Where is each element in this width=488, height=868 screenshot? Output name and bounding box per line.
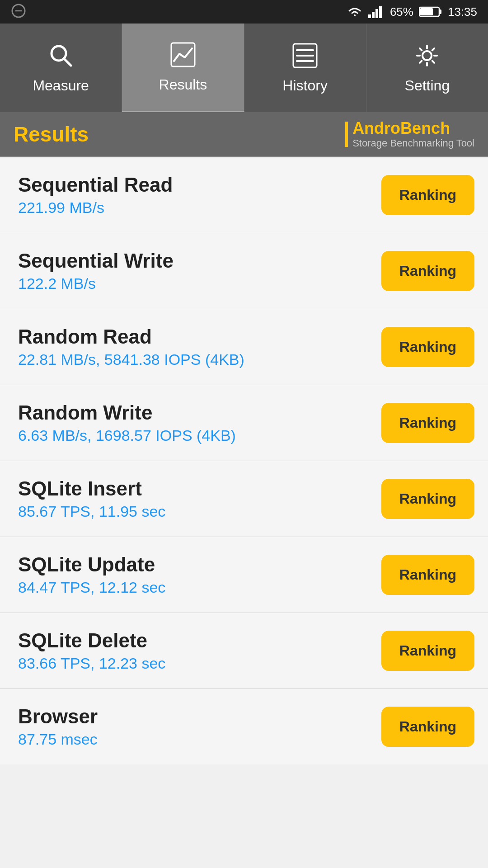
nav-item-measure[interactable]: Measure <box>0 24 122 112</box>
result-info: Browser87.75 msec <box>18 705 98 748</box>
result-value: 122.2 MB/s <box>18 275 174 292</box>
svg-rect-5 <box>379 6 382 18</box>
svg-rect-8 <box>420 8 433 15</box>
top-navigation: Measure Results History <box>0 24 488 112</box>
chart-icon <box>169 41 197 72</box>
result-row: Sequential Write122.2 MB/sRanking <box>0 233 488 309</box>
result-value: 85.67 TPS, 11.95 sec <box>18 503 165 520</box>
brand-name-bench: Bench <box>400 119 450 137</box>
androbench-brand: AndroBench Storage Benchmarking Tool <box>345 119 474 149</box>
result-name: SQLite Delete <box>18 629 165 652</box>
result-value: 87.75 msec <box>18 731 98 748</box>
ranking-button[interactable]: Ranking <box>381 479 474 519</box>
result-info: Sequential Write122.2 MB/s <box>18 250 174 292</box>
brand-text: AndroBench Storage Benchmarking Tool <box>352 119 474 149</box>
nav-label-results: Results <box>159 76 207 93</box>
result-row: SQLite Update84.47 TPS, 12.12 secRanking <box>0 537 488 613</box>
result-name: Random Write <box>18 401 236 424</box>
result-row: Browser87.75 msecRanking <box>0 689 488 764</box>
result-name: Sequential Read <box>18 174 173 196</box>
result-value: 6.63 MB/s, 1698.57 IOPS (4KB) <box>18 427 236 444</box>
svg-point-16 <box>422 51 432 60</box>
result-info: SQLite Delete83.66 TPS, 12.23 sec <box>18 629 165 672</box>
brand-name-andro: Andro <box>352 119 400 137</box>
result-name: Sequential Write <box>18 250 174 272</box>
ranking-button[interactable]: Ranking <box>381 175 474 215</box>
ranking-button[interactable]: Ranking <box>381 631 474 671</box>
result-info: Random Write6.63 MB/s, 1698.57 IOPS (4KB… <box>18 401 236 444</box>
ranking-button[interactable]: Ranking <box>381 327 474 367</box>
brand-name: AndroBench <box>352 119 450 137</box>
brand-subtitle: Storage Benchmarking Tool <box>352 137 474 149</box>
ranking-button[interactable]: Ranking <box>381 403 474 443</box>
result-name: Random Read <box>18 326 244 348</box>
ranking-button[interactable]: Ranking <box>381 251 474 291</box>
status-time: 13:35 <box>448 5 477 19</box>
result-value: 84.47 TPS, 12.12 sec <box>18 579 165 596</box>
nav-item-results[interactable]: Results <box>122 24 244 112</box>
result-name: SQLite Update <box>18 553 165 576</box>
brand-bar-decoration <box>345 122 348 147</box>
result-info: SQLite Insert85.67 TPS, 11.95 sec <box>18 477 165 520</box>
svg-rect-3 <box>372 12 375 18</box>
results-page-title: Results <box>14 122 89 146</box>
results-list: Sequential Read221.99 MB/sRankingSequent… <box>0 157 488 764</box>
battery-icon <box>419 5 442 18</box>
nav-label-measure: Measure <box>33 77 89 94</box>
result-value: 221.99 MB/s <box>18 199 173 217</box>
gear-icon <box>413 42 441 73</box>
ranking-button[interactable]: Ranking <box>381 555 474 595</box>
ranking-button[interactable]: Ranking <box>381 707 474 747</box>
nav-label-setting: Setting <box>405 77 450 94</box>
battery-percent: 65% <box>390 5 413 19</box>
result-row: SQLite Delete83.66 TPS, 12.23 secRanking <box>0 613 488 689</box>
result-row: SQLite Insert85.67 TPS, 11.95 secRanking <box>0 461 488 537</box>
result-name: SQLite Insert <box>18 477 165 500</box>
result-info: SQLite Update84.47 TPS, 12.12 sec <box>18 553 165 596</box>
nav-label-history: History <box>282 77 328 94</box>
nav-item-setting[interactable]: Setting <box>366 24 488 112</box>
status-notification-icon <box>11 3 26 20</box>
result-info: Random Read22.81 MB/s, 5841.38 IOPS (4KB… <box>18 326 244 368</box>
search-icon <box>47 42 75 73</box>
signal-icon <box>368 5 385 18</box>
svg-rect-11 <box>171 43 195 66</box>
results-header: Results AndroBench Storage Benchmarking … <box>0 112 488 157</box>
result-row: Sequential Read221.99 MB/sRanking <box>0 157 488 233</box>
nav-item-history[interactable]: History <box>244 24 366 112</box>
status-bar: 65% 13:35 <box>0 0 488 24</box>
result-value: 22.81 MB/s, 5841.38 IOPS (4KB) <box>18 351 244 368</box>
svg-rect-4 <box>375 9 378 18</box>
svg-line-10 <box>64 58 71 66</box>
result-value: 83.66 TPS, 12.23 sec <box>18 655 165 672</box>
result-name: Browser <box>18 705 98 728</box>
status-icons: 65% 13:35 <box>347 5 477 19</box>
result-row: Random Write6.63 MB/s, 1698.57 IOPS (4KB… <box>0 385 488 461</box>
svg-rect-7 <box>439 9 441 14</box>
wifi-icon <box>347 5 363 18</box>
result-row: Random Read22.81 MB/s, 5841.38 IOPS (4KB… <box>0 309 488 385</box>
svg-rect-2 <box>368 14 371 18</box>
list-icon <box>291 42 319 73</box>
result-info: Sequential Read221.99 MB/s <box>18 174 173 217</box>
